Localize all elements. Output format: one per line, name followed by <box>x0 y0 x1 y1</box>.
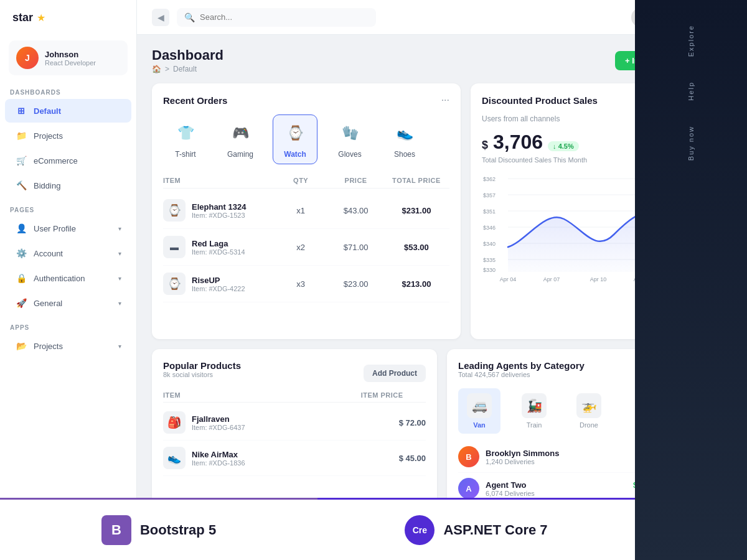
col-item: ITEM <box>163 177 273 184</box>
agents-title: Leading Agents by Category <box>458 360 585 371</box>
sales-badge: ↓ 4.5% <box>548 141 579 151</box>
buynow-panel-item[interactable]: Buy now <box>635 113 747 173</box>
chevron-down-icon: ▾ <box>118 275 121 282</box>
sidebar-item-bidding[interactable]: 🔨 Bidding <box>5 174 131 197</box>
item-name: Nike AirMax <box>192 450 245 459</box>
svg-text:$340: $340 <box>483 241 496 247</box>
chevron-down-icon: ▾ <box>118 250 121 257</box>
tab-gaming[interactable]: 🎮 Gaming <box>218 114 263 164</box>
help-panel-item[interactable]: Help <box>635 69 747 113</box>
help-label: Help <box>687 82 695 101</box>
table-row: ▬ Red Laga Item: #XDG-5314 x2 $71.00 $53… <box>163 229 449 266</box>
svg-text:$357: $357 <box>483 192 496 198</box>
grid-icon: ⊞ <box>15 105 27 117</box>
add-product-button[interactable]: Add Product <box>364 365 426 382</box>
svg-text:$335: $335 <box>483 257 496 263</box>
recent-orders-header: Recent Orders ··· <box>163 95 449 106</box>
sidebar-item-label: Projects <box>34 342 112 351</box>
tab-gloves[interactable]: 🧤 Gloves <box>327 114 372 164</box>
train-icon: 🚂 <box>522 393 547 418</box>
more-options-icon[interactable]: ··· <box>441 95 449 106</box>
van-label: Van <box>473 421 486 429</box>
table-row: ⌚ Elephant 1324 Item: #XDG-1523 x1 $43.0… <box>163 192 449 229</box>
price-cell: $71.00 <box>328 243 383 252</box>
train-label: Train <box>527 421 542 429</box>
title-area: Dashboard 🏠 > Default <box>152 47 223 73</box>
tab-train[interactable]: 🚂 Train <box>513 388 555 434</box>
sales-currency: $ <box>482 139 488 152</box>
right-panel: Explore Help Buy now <box>635 0 747 560</box>
drone-icon: 🚁 <box>576 393 601 418</box>
item-icon: ▬ <box>163 236 186 258</box>
sidebar-item-ecommerce[interactable]: 🛒 eCommerce <box>5 149 131 172</box>
agents-subtitle: Total 424,567 deliveries <box>458 371 585 378</box>
sidebar-item-label: Default <box>34 106 121 116</box>
sidebar-section-apps: APPS <box>0 315 136 334</box>
table-row: ⌚ RiseUP Item: #XDG-4222 x3 $23.00 $213.… <box>163 266 449 302</box>
collapse-button[interactable]: ◀ <box>152 9 169 26</box>
tab-tshirt-label: T-shirt <box>175 150 195 159</box>
item-id: Item: #XDG-6437 <box>192 424 245 431</box>
item-name: Elephant 1324 <box>192 202 246 212</box>
search-icon: 🔍 <box>184 12 195 22</box>
price-cell: $43.00 <box>328 206 383 215</box>
list-item: 👟 Nike AirMax Item: #XDG-1836 $ 45.00 <box>163 441 426 476</box>
svg-text:$362: $362 <box>483 176 496 182</box>
tab-van[interactable]: 🚐 Van <box>458 388 500 434</box>
price-cell: $ 72.00 <box>338 418 426 427</box>
agent-avatar: A <box>458 478 479 499</box>
item-id: Item: #XDG-5314 <box>192 248 245 256</box>
user-name: Johnson <box>45 50 96 59</box>
explore-panel-item[interactable]: Explore <box>635 12 747 69</box>
agent-deliveries: 1,240 Deliveries <box>486 458 617 465</box>
tab-shoes[interactable]: 👟 Shoes <box>382 114 427 164</box>
svg-text:$351: $351 <box>483 208 496 215</box>
tab-tshirt[interactable]: 👕 T-shirt <box>163 114 208 164</box>
logo-text: star <box>12 11 33 24</box>
van-icon: 🚐 <box>467 393 492 418</box>
item-cell: ▬ Red Laga Item: #XDG-5314 <box>163 236 273 258</box>
sidebar-item-account[interactable]: ⚙️ Account ▾ <box>5 241 131 265</box>
sidebar-user[interactable]: J Johnson React Developer <box>9 40 128 75</box>
agent-avatar: B <box>458 446 479 467</box>
bootstrap-label: Bootstrap 5 <box>140 522 216 538</box>
collapse-icon: ◀ <box>157 12 164 22</box>
sidebar-item-projects[interactable]: 📁 Projects <box>5 124 131 147</box>
watch-icon: ⌚ <box>282 120 308 146</box>
item-name: Fjallraven <box>192 414 245 424</box>
col-item-price: ITEM PRICE <box>338 391 426 399</box>
sidebar-item-apps-projects[interactable]: 📂 Projects ▾ <box>5 334 131 358</box>
svg-text:Apr 10: Apr 10 <box>590 276 607 282</box>
item-name: Red Laga <box>192 239 245 248</box>
total-cell: $213.00 <box>383 279 449 289</box>
aspnet-overlay: Cre ASP.NET Core 7 <box>317 498 635 560</box>
sidebar-logo: star ★ <box>0 0 136 35</box>
svg-text:$346: $346 <box>483 225 496 231</box>
shoes-icon: 👟 <box>392 120 418 146</box>
gear-icon: ⚙️ <box>15 247 27 259</box>
sidebar-item-general[interactable]: 🚀 General ▾ <box>5 291 131 315</box>
total-cell: $53.00 <box>383 243 449 252</box>
item-info: 👟 Nike AirMax Item: #XDG-1836 <box>163 447 338 469</box>
tshirt-icon: 👕 <box>172 120 199 146</box>
tab-shoes-label: Shoes <box>394 150 415 159</box>
qty-cell: x1 <box>273 206 328 215</box>
lock-icon: 🔒 <box>15 272 27 284</box>
sidebar-item-label: Bidding <box>34 181 121 190</box>
sidebar-section-pages: PAGES <box>0 198 136 216</box>
sidebar-item-authentication[interactable]: 🔒 Authentication ▾ <box>5 266 131 290</box>
price-cell: $ 45.00 <box>338 454 426 463</box>
breadcrumb-sep: > <box>165 65 169 73</box>
bootstrap-icon: B <box>101 515 131 545</box>
item-info: 🎒 Fjallraven Item: #XDG-6437 <box>163 411 338 434</box>
col-item: ITEM <box>163 391 338 399</box>
sidebar-item-user-profile[interactable]: 👤 User Profile ▾ <box>5 217 131 240</box>
search-input[interactable] <box>200 12 369 22</box>
item-id: Item: #XDG-4222 <box>192 285 245 292</box>
tab-drone[interactable]: 🚁 Drone <box>568 388 610 434</box>
explore-label: Explore <box>687 25 695 57</box>
sidebar-item-label: eCommerce <box>34 156 121 166</box>
tab-watch[interactable]: ⌚ Watch <box>273 114 317 164</box>
sidebar-item-default[interactable]: ⊞ Default <box>5 99 131 123</box>
tab-gaming-label: Gaming <box>227 150 253 159</box>
